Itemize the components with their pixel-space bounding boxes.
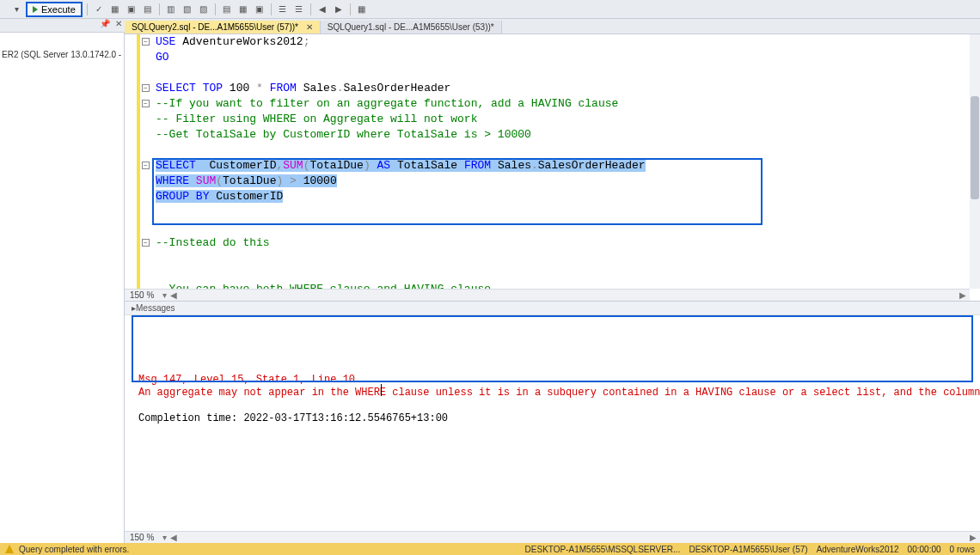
editor-line[interactable]: WHERE SUM(TotalDue) > 10000 [156, 174, 970, 189]
editor-line[interactable] [156, 220, 970, 235]
tab-label: SQLQuery1.sql - DE...A1M5655\User (53))* [328, 22, 494, 32]
tab-sqlquery2[interactable]: SQLQuery2.sql - DE...A1M5655\User (57))*… [125, 21, 321, 34]
message-line: Completion time: 2022-03-17T13:16:12.554… [138, 412, 966, 425]
messages-tab-label: Messages [136, 303, 175, 313]
status-message: Query completed with errors. [19, 545, 129, 554]
fold-toggle-icon[interactable]: − [142, 162, 150, 169]
status-bar: Query completed with errors. DESKTOP-A1M… [0, 543, 980, 555]
editor-line[interactable]: −--Instead do this [156, 235, 970, 251]
status-rows: 0 rows [950, 545, 975, 554]
client-stats-icon[interactable]: ▨ [197, 3, 211, 16]
results-to-file-icon[interactable]: ▣ [253, 3, 266, 16]
include-plan-icon[interactable]: ▥ [164, 3, 178, 16]
tab-sqlquery1[interactable]: SQLQuery1.sql - DE...A1M5655\User (53))* [321, 21, 502, 34]
results-panel: ▸ Messages Msg 147, Level 15, State 1, L… [125, 301, 980, 543]
uncomment-icon[interactable]: ☰ [292, 3, 306, 16]
message-line: An aggregate may not appear in the WHERE… [138, 387, 966, 399]
messages-horizontal-scrollbar[interactable]: 150 % ▾ ◀ ▶ [125, 531, 980, 543]
fold-toggle-icon[interactable]: − [142, 84, 150, 92]
pin-icon[interactable]: 📌 [97, 19, 113, 32]
server-node[interactable]: ER2 (SQL Server 13.0.1742.0 - DESKTOP-A [2, 50, 122, 59]
status-server: DESKTOP-A1M5655\MSSQLSERVER... [525, 545, 681, 554]
live-stats-icon[interactable]: ▧ [181, 3, 194, 16]
close-icon[interactable]: ✕ [113, 19, 125, 32]
editor-vertical-scrollbar[interactable] [970, 34, 980, 289]
editor-line[interactable]: GROUP BY CustomerID [156, 189, 970, 204]
query-options-icon[interactable]: ▣ [125, 3, 138, 16]
editor-line[interactable] [156, 65, 970, 81]
editor-line[interactable] [156, 251, 970, 266]
increase-indent-icon[interactable]: ▶ [332, 3, 346, 16]
messages-zoom-level[interactable]: 150 % [125, 533, 159, 542]
play-icon [33, 6, 38, 13]
message-line [138, 399, 966, 412]
tab-label: SQLQuery2.sql - DE...A1M5655\User (57))* [132, 22, 298, 32]
specify-values-icon[interactable]: ▦ [355, 3, 369, 16]
editor-line[interactable]: −SELECT CustomerID,SUM(TotalDue) AS Tota… [156, 158, 970, 174]
fold-toggle-icon[interactable]: − [142, 38, 150, 46]
close-icon[interactable]: ✕ [306, 22, 313, 32]
editor-line[interactable] [156, 143, 970, 158]
editor-content[interactable]: −USE AdventureWorks2012;GO −SELECT TOP 1… [125, 34, 970, 289]
highlighted-messages-box [132, 315, 973, 382]
parse-icon[interactable]: ✓ [92, 3, 106, 16]
estimated-plan-icon[interactable]: ▦ [108, 3, 122, 16]
results-to-text-icon[interactable]: ▤ [220, 3, 234, 16]
editor-horizontal-scrollbar[interactable]: 150 % ▾ ◀ ▶ [125, 289, 970, 301]
intellisense-icon[interactable]: ▤ [141, 3, 155, 16]
text-cursor [381, 384, 382, 396]
fold-toggle-icon[interactable]: − [142, 100, 150, 107]
editor-line[interactable] [156, 266, 970, 282]
dropdown-arrow-icon[interactable]: ▾ [9, 3, 23, 16]
execute-label: Execute [41, 4, 76, 15]
editor-line[interactable]: -- Filter using WHERE on Aggregate will … [156, 112, 970, 127]
results-to-grid-icon[interactable]: ▦ [236, 3, 250, 16]
editor-line[interactable]: GO [156, 50, 970, 65]
main-area: SQLQuery2.sql - DE...A1M5655\User (57))*… [125, 19, 980, 543]
message-line: Msg 147, Level 15, State 1, Line 10 [138, 374, 966, 387]
editor-line[interactable]: −SELECT TOP 100 * FROM Sales.SalesOrderH… [156, 81, 970, 96]
comment-icon[interactable]: ☰ [276, 3, 290, 16]
file-tabs: SQLQuery2.sql - DE...A1M5655\User (57))*… [125, 19, 980, 34]
editor-line[interactable]: --Get TotalSale by CustomerID where Tota… [156, 127, 970, 143]
editor-zoom-level[interactable]: 150 % [125, 290, 159, 300]
toolbar: ▾ Execute ✓ ▦ ▣ ▤ ▥ ▧ ▨ ▤ ▦ ▣ ☰ ☰ ◀ ▶ ▦ [0, 0, 980, 19]
fold-toggle-icon[interactable]: − [142, 239, 150, 247]
messages-body[interactable]: Msg 147, Level 15, State 1, Line 10An ag… [125, 315, 980, 531]
editor-line[interactable]: −USE AdventureWorks2012; [156, 34, 970, 50]
editor-line[interactable] [156, 204, 970, 220]
status-database: AdventureWorks2012 [817, 545, 899, 554]
messages-tab[interactable]: ▸ Messages [125, 302, 980, 315]
sql-editor[interactable]: −USE AdventureWorks2012;GO −SELECT TOP 1… [125, 34, 980, 301]
status-user: DESKTOP-A1M5655\User (57) [689, 545, 807, 554]
object-explorer-tabrow: 📌 ✕ [0, 19, 125, 33]
editor-line[interactable]: −--If you want to filter on an aggregate… [156, 96, 970, 112]
execute-button[interactable]: Execute [26, 2, 83, 17]
warning-icon [5, 545, 14, 553]
decrease-indent-icon[interactable]: ◀ [315, 3, 329, 16]
status-elapsed: 00:00:00 [908, 545, 941, 554]
object-explorer-body[interactable]: ER2 (SQL Server 13.0.1742.0 - DESKTOP-A [0, 33, 125, 543]
